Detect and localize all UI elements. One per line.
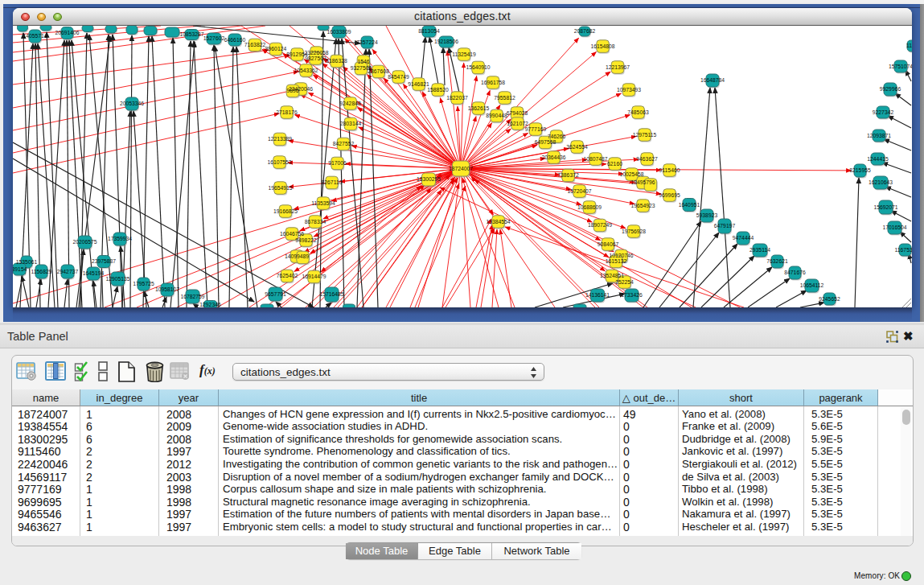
svg-text:9084067: 9084067 — [598, 241, 619, 246]
svg-text:8678334: 8678334 — [305, 218, 326, 224]
svg-text:19654915: 19654915 — [268, 184, 292, 190]
svg-text:16033809: 16033809 — [326, 28, 351, 34]
svg-text:23975887: 23975887 — [92, 258, 116, 264]
svg-text:1156829: 1156829 — [31, 268, 52, 274]
svg-text:20206575: 20206575 — [72, 239, 97, 245]
svg-text:9146821: 9146821 — [408, 80, 429, 86]
svg-text:11325419: 11325419 — [452, 51, 476, 56]
svg-text:3624554: 3624554 — [566, 143, 588, 149]
svg-text:1640951: 1640951 — [679, 201, 700, 207]
svg-text:8813054: 8813054 — [418, 28, 440, 34]
svg-text:19756928: 19756928 — [622, 228, 646, 233]
svg-text:18300295: 18300295 — [417, 176, 441, 182]
svg-text:5938923: 5938923 — [696, 212, 718, 218]
svg-text:8427552: 8427552 — [333, 141, 355, 146]
svg-text:10688609: 10688609 — [577, 204, 602, 209]
svg-text:18724007: 18724007 — [449, 166, 473, 171]
svg-text:12213967: 12213967 — [606, 64, 630, 69]
svg-text:1615132: 1615132 — [606, 258, 627, 264]
svg-text:917006: 917006 — [328, 160, 347, 166]
svg-text:1588520: 1588520 — [427, 86, 449, 92]
svg-text:252254: 252254 — [615, 278, 634, 284]
svg-text:1112: 1112 — [906, 43, 912, 48]
svg-text:12213389: 12213389 — [268, 136, 292, 142]
svg-text:9245652: 9245652 — [819, 295, 840, 301]
svg-text:7485063: 7485063 — [627, 109, 649, 114]
svg-text:12093871: 12093871 — [867, 132, 891, 138]
svg-text:7357224: 7357224 — [356, 39, 378, 44]
svg-text:7955812: 7955812 — [494, 94, 515, 100]
svg-text:16046756: 16046756 — [280, 230, 304, 236]
svg-text:9827503: 9827503 — [305, 55, 326, 60]
svg-text:2803144: 2803144 — [340, 121, 362, 126]
svg-text:1167533: 1167533 — [895, 246, 912, 252]
svg-text:15692071: 15692071 — [873, 204, 897, 209]
svg-text:10973493: 10973493 — [617, 86, 641, 92]
svg-text:10120746: 10120746 — [609, 253, 633, 258]
svg-text:9498222: 9498222 — [295, 237, 317, 242]
svg-text:9929966: 9929966 — [880, 86, 901, 92]
svg-text:9463627: 9463627 — [636, 155, 658, 161]
svg-text:62160: 62160 — [607, 160, 622, 166]
svg-text:18495796: 18495796 — [630, 179, 655, 185]
svg-text:10654112: 10654112 — [800, 282, 824, 288]
svg-text:1535061: 1535061 — [16, 258, 38, 264]
svg-text:7386372: 7386372 — [557, 172, 579, 178]
svg-text:7163822: 7163822 — [244, 42, 266, 47]
svg-text:1362615: 1362615 — [468, 105, 490, 110]
svg-text:8471676: 8471676 — [784, 270, 806, 275]
svg-text:9657791: 9657791 — [265, 290, 286, 296]
svg-text:19218506: 19218506 — [434, 39, 458, 44]
svg-text:1795725: 1795725 — [133, 281, 154, 286]
svg-text:6466160: 6466160 — [224, 36, 246, 42]
svg-text:15720407: 15720407 — [567, 187, 591, 193]
svg-text:8990448: 8990448 — [486, 113, 507, 118]
svg-text:10807487: 10807487 — [583, 155, 607, 161]
svg-text:9115460: 9115460 — [659, 167, 680, 172]
svg-text:2867608: 2867608 — [368, 68, 389, 74]
svg-text:1621072: 1621072 — [507, 120, 528, 126]
svg-text:8215955: 8215955 — [849, 167, 871, 173]
svg-text:8454749: 8454749 — [388, 73, 409, 79]
svg-text:19384554: 19384554 — [486, 218, 510, 224]
svg-text:1527602: 1527602 — [203, 35, 225, 41]
svg-text:6497568: 6497568 — [535, 139, 556, 145]
svg-text:16210643: 16210643 — [869, 179, 893, 185]
svg-text:6794028: 6794028 — [507, 109, 528, 115]
svg-text:20053346: 20053346 — [120, 101, 144, 106]
svg-text:2942737: 2942737 — [57, 268, 79, 274]
svg-text:1292346: 1292346 — [199, 301, 221, 307]
svg-text:19166825: 19166825 — [273, 208, 298, 213]
svg-text:1645194: 1645194 — [83, 270, 105, 276]
svg-text:16914479: 16914479 — [302, 274, 326, 279]
svg-text:8960124: 8960124 — [265, 46, 287, 51]
svg-text:1733426: 1733426 — [621, 292, 643, 298]
svg-text:16648784: 16648784 — [700, 77, 725, 83]
svg-text:9777169: 9777169 — [525, 126, 547, 131]
svg-text:15640910: 15640910 — [466, 64, 490, 70]
svg-text:14099489: 14099489 — [285, 253, 309, 258]
svg-text:20691406: 20691406 — [55, 30, 79, 35]
svg-text:1546: 1546 — [357, 58, 369, 64]
svg-text:17359934: 17359934 — [108, 236, 132, 241]
svg-text:19654923: 19654923 — [630, 202, 655, 208]
svg-text:10958107: 10958107 — [155, 286, 179, 292]
svg-text:16782759: 16782759 — [180, 293, 204, 299]
svg-text:39154: 39154 — [13, 266, 27, 271]
svg-text:13524851: 13524851 — [600, 273, 624, 278]
svg-text:6479197: 6479197 — [714, 223, 736, 229]
svg-text:1822037: 1822037 — [446, 94, 468, 100]
svg-text:12975115: 12975115 — [633, 131, 657, 137]
svg-text:14055714: 14055714 — [23, 33, 47, 39]
svg-text:23226058: 23226058 — [304, 49, 328, 55]
svg-text:9227342: 9227342 — [873, 109, 894, 114]
svg-text:16107553: 16107553 — [267, 159, 291, 164]
svg-text:10025458: 10025458 — [619, 171, 643, 176]
svg-text:2935114: 2935114 — [749, 247, 770, 253]
svg-text:1244415: 1244415 — [867, 155, 889, 161]
svg-text:9699695: 9699695 — [659, 192, 680, 197]
svg-text:746266: 746266 — [548, 133, 566, 138]
svg-text:9474444: 9474444 — [733, 235, 754, 241]
svg-text:15751074: 15751074 — [889, 63, 912, 68]
svg-text:2087682: 2087682 — [574, 28, 596, 34]
